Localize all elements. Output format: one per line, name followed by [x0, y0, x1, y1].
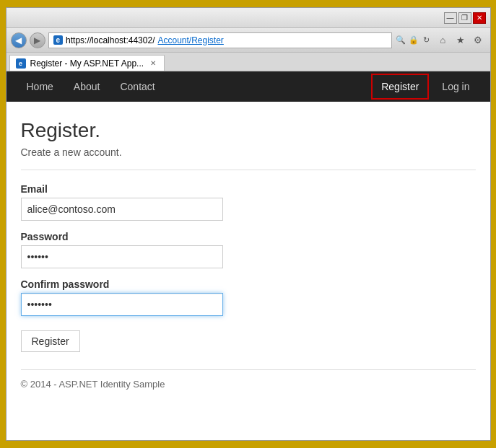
nav-contact[interactable]: Contact — [110, 73, 165, 100]
nav-about[interactable]: About — [64, 73, 110, 100]
tab-bar: e Register - My ASP.NET App... ✕ — [6, 53, 490, 71]
confirm-password-label: Confirm password — [21, 278, 476, 290]
home-icon[interactable]: ⌂ — [435, 32, 451, 48]
window-controls: — ❐ ✕ — [444, 12, 486, 24]
confirm-password-input[interactable] — [21, 293, 223, 316]
nav-right: Register Log in — [371, 73, 479, 100]
nav-register[interactable]: Register — [371, 74, 429, 100]
nav-links: Home About Contact — [17, 73, 372, 100]
footer: © 2014 - ASP.NET Identity Sample — [21, 369, 476, 390]
navigation-bar: Home About Contact Register Log in — [6, 71, 490, 102]
url-path: Account/Register — [157, 35, 223, 45]
confirm-password-group: Confirm password — [21, 278, 476, 316]
close-button[interactable]: ✕ — [473, 12, 486, 24]
address-icons: 🔍 🔒 ↻ — [395, 32, 432, 48]
footer-text: © 2014 - ASP.NET Identity Sample — [21, 379, 165, 390]
page-title: Register. — [21, 119, 476, 142]
toolbar-icons: ⌂ ★ ⚙ — [435, 32, 486, 48]
tab-label: Register - My ASP.NET App... — [30, 58, 144, 69]
refresh-icon[interactable]: ↻ — [421, 32, 432, 48]
restore-button[interactable]: ❐ — [458, 12, 471, 24]
tab-favicon: e — [16, 58, 26, 69]
address-bar[interactable]: e https://localhost:44302/Account/Regist… — [48, 32, 392, 48]
lock-icon: 🔒 — [408, 32, 419, 48]
divider — [21, 170, 476, 170]
title-bar: — ❐ ✕ — [6, 8, 490, 28]
favorites-icon[interactable]: ★ — [453, 32, 469, 48]
email-label: Email — [21, 183, 476, 195]
nav-login[interactable]: Log in — [432, 73, 479, 100]
password-input[interactable] — [21, 245, 223, 268]
email-group: Email — [21, 183, 476, 221]
back-button[interactable]: ◀ — [11, 32, 27, 48]
register-button[interactable]: Register — [21, 330, 80, 352]
browser-favicon: e — [53, 35, 64, 45]
email-input[interactable] — [21, 198, 223, 221]
page-subtitle: Create a new account. — [21, 146, 476, 158]
main-content: Register. Create a new account. Email Pa… — [6, 102, 490, 440]
tab-close-button[interactable]: ✕ — [148, 58, 158, 69]
settings-icon[interactable]: ⚙ — [470, 32, 486, 48]
address-bar-row: ◀ ▶ e https://localhost:44302/Account/Re… — [6, 28, 490, 53]
forward-button[interactable]: ▶ — [30, 32, 45, 48]
search-icon[interactable]: 🔍 — [395, 32, 406, 48]
password-label: Password — [21, 231, 476, 242]
page-content: Home About Contact Register Log in Regis… — [6, 71, 490, 440]
password-group: Password — [21, 231, 476, 268]
nav-home[interactable]: Home — [17, 73, 64, 100]
minimize-button[interactable]: — — [444, 12, 457, 24]
active-tab[interactable]: e Register - My ASP.NET App... ✕ — [9, 55, 165, 71]
url-prefix: https://localhost:44302/ — [66, 35, 155, 45]
